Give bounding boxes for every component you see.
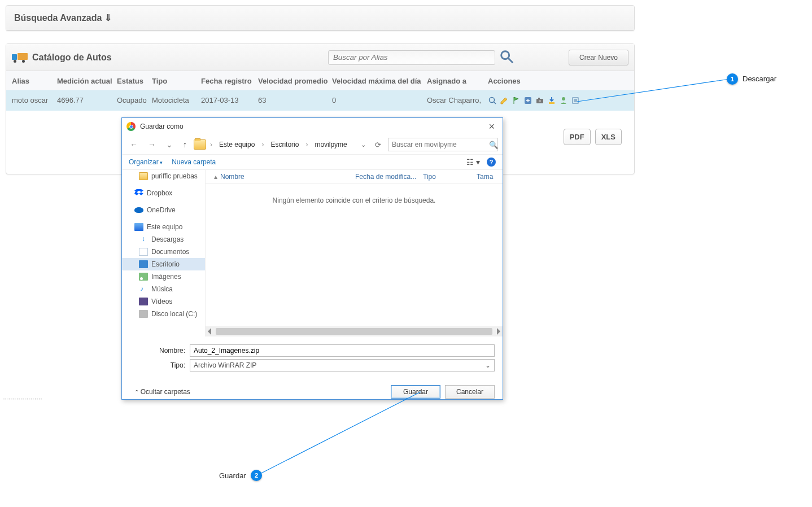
organize-menu[interactable]: Organizar [129,158,163,166]
horizontal-scrollbar[interactable] [206,326,503,336]
svg-rect-8 [549,102,555,104]
breadcrumb-item[interactable]: movilpyme [312,139,350,150]
svg-point-9 [562,97,565,100]
add-icon[interactable] [523,96,532,105]
tree-item[interactable]: OneDrive [122,204,205,216]
tree-item[interactable]: Documentos [122,246,205,258]
cancel-button[interactable]: Cancelar [445,385,495,399]
videos-icon [139,298,148,305]
col-asignado[interactable]: Asignado a [427,77,488,85]
hide-folders-toggle[interactable]: Ocultar carpetas [134,388,190,396]
tree-item[interactable]: Música [122,283,205,295]
cell-tipo: Motocicleta [152,96,201,105]
catalog-header: Catálogo de Autos Crear Nuevo [6,44,634,71]
grid-header: Alias Medición actual Estatus Tipo Fecha… [6,71,634,90]
images-icon [139,273,148,281]
col-file-size[interactable]: Tama [477,173,497,181]
col-fecha[interactable]: Fecha registro [201,77,258,85]
folder-icon[interactable] [194,139,206,150]
table-row[interactable]: moto oscar 4696.77 Ocupado Motocicleta 2… [6,90,634,111]
path-dropdown-icon[interactable]: ⌄ [359,140,368,150]
desktop-icon [139,260,148,268]
breadcrumb-item[interactable]: Escritorio [268,139,302,150]
col-tipo[interactable]: Tipo [152,77,201,85]
col-medicion[interactable]: Medición actual [57,77,117,85]
filetype-select[interactable]: Archivo WinRAR ZIP [190,359,495,371]
col-vmax[interactable]: Velocidad máxima del día [332,77,427,85]
breadcrumb-item[interactable]: Este equipo [216,139,257,150]
tree-item[interactable]: Este equipo [122,221,205,233]
tree-item[interactable]: Vídeos [122,295,205,308]
alias-search-input[interactable] [328,50,495,65]
cell-vprom: 63 [258,96,332,105]
create-new-button[interactable]: Crear Nuevo [569,50,628,65]
col-file-date[interactable]: Fecha de modifica... [355,173,423,181]
svg-rect-7 [538,98,540,99]
refresh-icon[interactable]: ⟳ [372,139,385,150]
col-file-name[interactable]: Nombre [220,173,355,181]
save-button[interactable]: Guardar [391,385,440,399]
chevron-right-icon: › [209,141,213,148]
statusbar-stub: ···················· [2,395,42,402]
save-dialog: Guardar como × ← → ⌄ ↑ › Este equipo › E… [121,117,503,400]
tree-item[interactable]: Imágenes [122,270,205,283]
flag-icon[interactable] [512,96,521,105]
folder-tree: puriffic pruebas Dropbox OneDrive Este e… [122,170,206,336]
file-header: ▴ Nombre Fecha de modifica... Tipo Tama [206,170,503,184]
cell-asignado: Oscar Chaparro, [427,96,488,105]
nav-recent-icon[interactable]: ⌄ [163,139,176,150]
export-xls-button[interactable]: XLS [595,129,622,145]
cell-alias: moto oscar [12,96,57,105]
annotation-pin-1: 1 [727,73,738,85]
tree-item[interactable]: Descargas [122,233,205,246]
edit-icon[interactable] [500,96,509,105]
export-pdf-button[interactable]: PDF [564,129,591,145]
col-alias[interactable]: Alias [12,77,57,85]
list-icon[interactable] [571,96,580,105]
annotation-label-1: Descargar [743,75,776,83]
dropbox-icon [134,189,143,197]
nav-back-icon[interactable]: ← [126,139,141,150]
music-icon [139,285,148,293]
export-buttons: PDF XLS [564,129,622,145]
close-icon[interactable]: × [485,121,498,133]
col-estatus[interactable]: Estatus [117,77,152,85]
chevron-right-icon: › [305,141,308,148]
nav-forward-icon[interactable]: → [145,139,159,150]
downloads-icon [139,235,148,243]
download-icon[interactable] [547,96,556,105]
annotation-pin-2: 2 [251,470,262,481]
sort-caret-icon[interactable]: ▴ [211,173,220,181]
type-label: Tipo: [130,361,190,369]
filename-input[interactable] [190,344,495,357]
dialog-navbar: ← → ⌄ ↑ › Este equipo › Escritorio › mov… [122,135,503,154]
tree-item[interactable]: Dropbox [122,187,205,199]
tree-item[interactable]: Disco local (C:) [122,308,205,320]
cell-medicion: 4696.77 [57,96,117,105]
new-folder-button[interactable]: Nueva carpeta [172,158,216,166]
tree-item-selected[interactable]: Escritorio [122,258,205,270]
chrome-icon [126,122,136,131]
dialog-search-input[interactable] [388,138,498,151]
col-vprom[interactable]: Velocidad promedio [258,77,332,85]
help-icon[interactable]: ? [487,158,496,167]
view-icon[interactable] [488,96,497,105]
camera-icon[interactable] [535,96,544,105]
svg-line-1 [508,59,512,63]
tree-item[interactable]: puriffic pruebas [122,170,205,182]
cell-vmax: 0 [332,96,427,105]
advanced-search-panel: Búsqueda Avanzada ⇓ [6,5,635,31]
annotation-label-2: Guardar [219,471,246,480]
col-file-type[interactable]: Tipo [423,173,477,181]
view-mode-icon[interactable]: ☷ ▾ [464,158,482,167]
user-icon[interactable] [559,96,568,105]
cell-estatus: Ocupado [117,96,152,105]
nav-up-icon[interactable]: ↑ [180,139,190,150]
dialog-toolbar: Organizar Nueva carpeta ☷ ▾ ? [122,154,503,170]
disk-icon [139,310,148,318]
search-button[interactable] [499,49,514,66]
cell-actions [488,96,618,105]
advanced-search-title[interactable]: Búsqueda Avanzada ⇓ [6,6,634,30]
col-acciones: Acciones [488,77,618,85]
empty-folder-message: Ningún elemento coincide con el criterio… [206,184,503,217]
